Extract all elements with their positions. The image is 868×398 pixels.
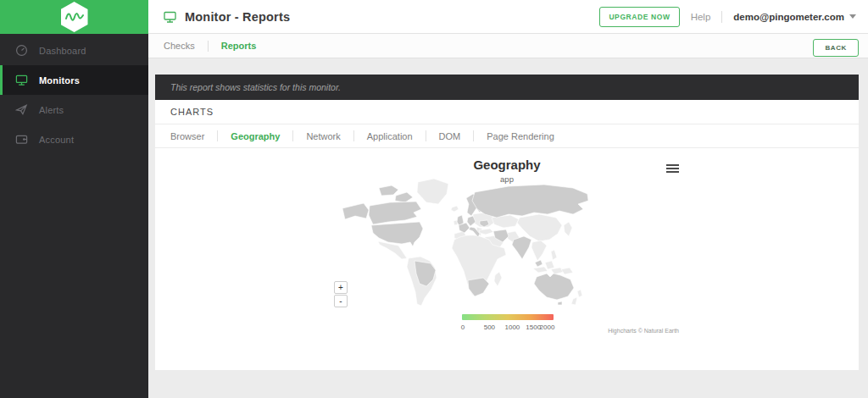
world-map[interactable] [339, 177, 590, 306]
pulse-wave-icon [65, 11, 84, 23]
map-zoom-controls: + - [334, 281, 348, 308]
charts-card: CHARTS Browser Geography Network Applica… [155, 100, 859, 370]
legend-tick: 2000 [540, 323, 555, 331]
chart-title: Geography [155, 158, 859, 172]
charts-panel-title: CHARTS [155, 100, 859, 124]
tab-browser[interactable]: Browser [158, 131, 217, 141]
tab-network[interactable]: Network [293, 131, 353, 141]
zoom-in-button[interactable]: + [334, 281, 348, 294]
tab-checks[interactable]: Checks [159, 41, 200, 51]
upgrade-now-button[interactable]: UPGRADE NOW [599, 7, 679, 27]
monitor-subnav: Checks Reports BACK [148, 34, 868, 58]
pingometer-logo [61, 2, 88, 32]
gauge-icon [15, 44, 28, 57]
legend-tick: 1500 [526, 323, 541, 331]
sidebar-item-monitors[interactable]: Monitors [0, 65, 148, 95]
zoom-out-button[interactable]: - [334, 295, 348, 307]
wallet-icon [15, 133, 28, 146]
sidebar-item-label: Alerts [39, 105, 64, 115]
sidebar-item-label: Account [39, 135, 74, 145]
sidebar-item-label: Dashboard [39, 46, 86, 56]
paper-plane-icon [15, 103, 28, 116]
legend-tick: 1000 [504, 323, 520, 331]
back-button[interactable]: BACK [813, 39, 859, 57]
report-notice-banner: This report shows statistics for this mo… [155, 75, 859, 100]
sidebar: Dashboard Monitors Alerts Account [0, 0, 148, 398]
divider [721, 11, 722, 23]
tab-geography[interactable]: Geography [218, 131, 292, 141]
sidebar-item-alerts[interactable]: Alerts [0, 95, 148, 124]
legend-gradient [462, 314, 554, 320]
header-actions: UPGRADE NOW Help demo@pingometer.com [599, 7, 856, 27]
legend-tick: 0 [461, 323, 465, 331]
sidebar-item-account[interactable]: Account [0, 124, 148, 154]
monitor-icon [15, 74, 28, 86]
help-link[interactable]: Help [691, 12, 711, 22]
account-email: demo@pingometer.com [733, 12, 844, 22]
page-title-group: Monitor - Reports [163, 10, 290, 24]
divider [208, 41, 209, 52]
color-axis-legend: 0 500 1000 1500 2000 [462, 314, 554, 334]
logo-band[interactable] [0, 0, 148, 34]
tab-application[interactable]: Application [354, 131, 426, 141]
legend-ticks: 0 500 1000 1500 2000 [462, 323, 554, 334]
tab-page-rendering[interactable]: Page Rendering [474, 131, 567, 141]
geography-chart: Geography app [155, 148, 859, 369]
monitor-icon [163, 10, 177, 24]
chart-credits[interactable]: Highcharts © Natural Earth [608, 328, 679, 334]
sidebar-item-dashboard[interactable]: Dashboard [0, 36, 148, 65]
page-title: Monitor - Reports [185, 10, 290, 24]
chart-context-menu-icon[interactable] [666, 164, 679, 174]
chevron-down-icon [849, 14, 856, 19]
tab-dom[interactable]: DOM [426, 131, 474, 141]
top-header: Monitor - Reports UPGRADE NOW Help demo@… [148, 0, 868, 34]
world-map-svg [339, 177, 590, 306]
sidebar-nav: Dashboard Monitors Alerts Account [0, 34, 148, 154]
account-menu[interactable]: demo@pingometer.com [733, 12, 856, 22]
sidebar-item-label: Monitors [39, 75, 80, 86]
legend-tick: 500 [484, 323, 495, 331]
chart-category-tabs: Browser Geography Network Application DO… [155, 124, 859, 148]
tab-reports[interactable]: Reports [216, 41, 262, 51]
